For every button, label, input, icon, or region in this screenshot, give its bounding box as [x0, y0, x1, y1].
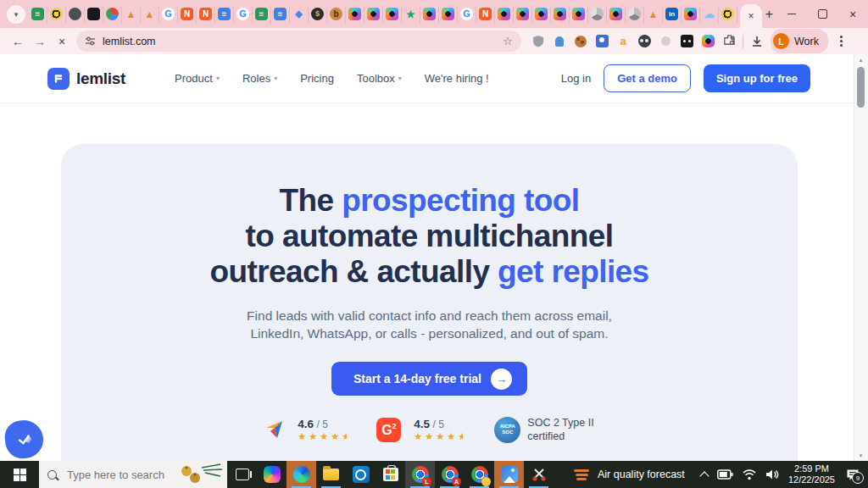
weather-widget[interactable]: Air quality forecast: [574, 461, 685, 488]
lemlist-logo[interactable]: lemlist: [47, 68, 125, 90]
tab-cat-black[interactable]: [85, 6, 103, 23]
tab-chrome[interactable]: [103, 6, 122, 23]
stop-reload-button[interactable]: ×: [51, 35, 73, 48]
nav-item-pricing[interactable]: Pricing: [300, 72, 334, 85]
page-scrollbar[interactable]: ▲ ▼: [854, 54, 868, 461]
shield-extension-icon[interactable]: [531, 35, 545, 48]
download-icon[interactable]: [750, 35, 764, 48]
tab-loop-yellow[interactable]: [47, 6, 66, 23]
tab-coin-dark[interactable]: $: [309, 6, 327, 23]
close-button[interactable]: ×: [837, 0, 868, 28]
tab-search-button[interactable]: ▾: [7, 5, 25, 24]
tab-insta[interactable]: [383, 6, 402, 23]
tab-insta[interactable]: [420, 6, 439, 23]
nav-item-roles[interactable]: Roles▾: [242, 72, 277, 85]
tab-amber[interactable]: b: [327, 6, 346, 23]
wifi-icon[interactable]: [743, 469, 756, 480]
back-button[interactable]: ←: [7, 35, 29, 48]
tab-mountain[interactable]: ▲: [141, 6, 159, 23]
task-view-button[interactable]: [227, 461, 257, 488]
cookie-extension-icon[interactable]: [574, 35, 587, 48]
search-input[interactable]: [65, 468, 175, 482]
tab-insta[interactable]: [532, 6, 551, 23]
chrome-profile-a-button[interactable]: A: [435, 461, 465, 488]
taskbar-search[interactable]: [39, 461, 227, 488]
tab-star-green[interactable]: ★: [402, 6, 420, 23]
tab-globe-dark[interactable]: [66, 6, 85, 23]
extensions-puzzle-icon[interactable]: [722, 35, 736, 48]
ghostery-extension-icon[interactable]: [637, 35, 651, 48]
tab-insta[interactable]: [682, 6, 700, 23]
tab-insta[interactable]: [364, 6, 383, 23]
tab-insta[interactable]: [495, 6, 514, 23]
taskbar-clock[interactable]: 2:59 PM 12/22/2025: [788, 463, 835, 485]
tab-cloud-blue[interactable]: ☁: [700, 6, 719, 23]
tab-docs[interactable]: ≡: [271, 6, 290, 23]
chat-widget-button[interactable]: [3, 419, 45, 460]
file-explorer-button[interactable]: [316, 461, 346, 488]
copilot-button[interactable]: [257, 461, 287, 488]
cat-extension-icon[interactable]: [680, 35, 693, 48]
start-button[interactable]: [0, 461, 39, 488]
login-link[interactable]: Log in: [561, 72, 591, 85]
tab-google[interactable]: G: [458, 6, 476, 23]
notification-center-button[interactable]: 9: [844, 467, 861, 482]
faded-extension-icon[interactable]: [659, 35, 672, 48]
signup-button[interactable]: Sign up for free: [704, 64, 810, 92]
tab-insta[interactable]: [514, 6, 532, 23]
bookmark-star-icon[interactable]: ☆: [503, 35, 513, 47]
site-settings-icon[interactable]: [85, 36, 96, 47]
ms-store-button[interactable]: [376, 461, 405, 488]
nav-item-toolbox[interactable]: Toolbox▾: [357, 72, 402, 85]
tab-insta[interactable]: [346, 6, 364, 23]
tab-insta[interactable]: [551, 6, 570, 23]
tab-insta[interactable]: [570, 6, 588, 23]
scroll-down-arrow[interactable]: ▼: [854, 450, 867, 461]
tab-n-orange[interactable]: N: [178, 6, 197, 23]
chrome-profile-y-button[interactable]: [465, 461, 494, 488]
blue-extension-icon[interactable]: [553, 35, 566, 48]
tab-sheets[interactable]: ≡: [253, 6, 271, 23]
tab-google[interactable]: G: [234, 6, 253, 23]
tab-docs[interactable]: ≡: [215, 6, 234, 23]
tab-close-icon[interactable]: ×: [748, 10, 754, 22]
tab-sparkle-blue[interactable]: ◆: [290, 6, 309, 23]
tab-insta[interactable]: [607, 6, 626, 23]
tab-chrome-gray[interactable]: [626, 6, 644, 23]
minimize-button[interactable]: [776, 0, 807, 28]
photos-button[interactable]: [494, 461, 524, 488]
chrome-profile-l-button[interactable]: L: [405, 461, 435, 488]
free-trial-button[interactable]: Start a 14-day free trial →: [331, 362, 527, 396]
forward-button[interactable]: →: [29, 35, 51, 48]
url-text[interactable]: lemlist.com: [103, 36, 496, 47]
active-tab[interactable]: ×: [740, 4, 762, 28]
nav-item-product[interactable]: Product▾: [175, 72, 220, 85]
outlook-button[interactable]: [346, 461, 376, 488]
tray-overflow-icon[interactable]: [699, 471, 709, 480]
new-tab-button[interactable]: +: [762, 7, 776, 22]
tab-mountain[interactable]: ▲: [122, 6, 141, 23]
profile-chip[interactable]: L Work: [771, 29, 828, 53]
tab-linkedin[interactable]: in: [663, 6, 682, 23]
nav-item-we-re-hiring[interactable]: We're hiring !: [425, 72, 489, 85]
tab-n-orange[interactable]: N: [476, 6, 495, 23]
browser-menu-button[interactable]: [837, 32, 846, 50]
tab-sheets[interactable]: ≡: [29, 6, 47, 23]
tab-insta[interactable]: [439, 6, 458, 23]
tab-mountain[interactable]: ▲: [644, 6, 663, 23]
address-bar[interactable]: lemlist.com ☆: [76, 30, 521, 52]
maximize-button[interactable]: [807, 0, 837, 28]
tab-loop-yellow[interactable]: [719, 6, 737, 23]
battery-icon[interactable]: [717, 469, 733, 480]
amazon-extension-icon[interactable]: a: [616, 35, 630, 48]
edge-button[interactable]: [287, 461, 316, 488]
instagram-extension-icon[interactable]: [701, 35, 715, 48]
tab-n-orange[interactable]: N: [197, 6, 215, 23]
scroll-up-arrow[interactable]: ▲: [854, 54, 867, 65]
volume-icon[interactable]: [765, 469, 779, 480]
snipping-tool-button[interactable]: [524, 461, 554, 488]
tab-chrome-gray[interactable]: [588, 6, 607, 23]
get-demo-button[interactable]: Get a demo: [604, 64, 691, 92]
scrollbar-thumb[interactable]: [857, 67, 865, 108]
person-extension-icon[interactable]: [595, 35, 609, 48]
